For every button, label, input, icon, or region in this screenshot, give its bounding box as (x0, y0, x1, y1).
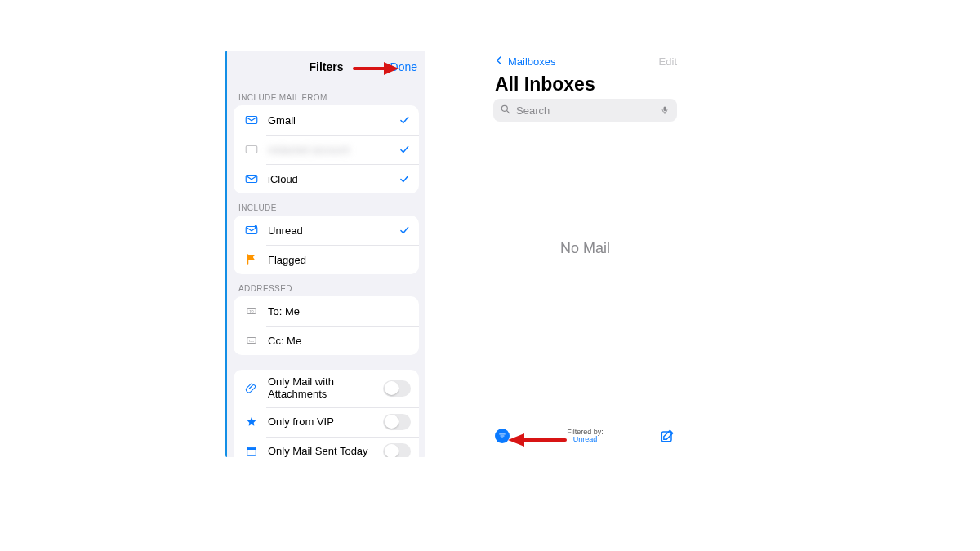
include-row-flagged[interactable]: Flagged (234, 245, 419, 274)
checkmark-icon (398, 224, 411, 237)
svg-rect-13 (664, 107, 666, 112)
back-label: Mailboxes (508, 56, 556, 68)
filter-active-button[interactable] (495, 429, 510, 443)
section-addressed: ADDRESSED (227, 274, 425, 296)
back-button[interactable]: Mailboxes (493, 55, 556, 69)
compose-button[interactable] (659, 428, 675, 444)
checkmark-icon (398, 113, 411, 127)
search-input[interactable] (516, 104, 654, 117)
chevron-left-icon (493, 55, 505, 69)
account-label: redacted account (268, 144, 390, 156)
toolbar: Filtered by: Unread (485, 423, 685, 449)
svg-text:CC: CC (249, 339, 254, 343)
account-label: iCloud (268, 173, 390, 185)
mailbox-icon (243, 112, 260, 128)
section-include-mail-from: INCLUDE MAIL FROM (227, 83, 425, 105)
addressed-label: Cc: Me (268, 335, 411, 347)
filtered-by-value: Unread (567, 436, 604, 443)
options-group: Only Mail with Attachments Only from VIP… (234, 370, 419, 457)
option-label: Only from VIP (268, 415, 375, 428)
account-label: Gmail (268, 114, 390, 127)
svg-rect-10 (247, 447, 256, 450)
filters-title: Filters (309, 60, 343, 73)
addressed-group: TO To: Me CC Cc: Me (234, 296, 419, 355)
option-label: Only Mail Sent Today (268, 445, 375, 457)
toggle-attachments[interactable] (383, 380, 411, 397)
nav-bar: Mailboxes Edit (485, 51, 685, 72)
svg-rect-1 (246, 146, 257, 153)
svg-rect-2 (246, 176, 257, 183)
edit-button[interactable]: Edit (659, 56, 677, 68)
include-group: Unread Flagged (234, 216, 419, 274)
done-button[interactable]: Done (390, 60, 417, 73)
svg-rect-0 (246, 117, 257, 124)
filter-status[interactable]: Filtered by: Unread (567, 429, 604, 444)
svg-line-12 (507, 110, 510, 113)
empty-state: No Mail (485, 240, 685, 257)
mailbox-icon (243, 141, 260, 158)
microphone-icon[interactable] (659, 104, 670, 116)
search-icon (500, 104, 511, 118)
addressed-row-cc[interactable]: CC Cc: Me (234, 326, 419, 355)
include-row-unread[interactable]: Unread (234, 216, 419, 245)
to-icon: TO (243, 303, 260, 319)
star-icon (243, 414, 260, 430)
accounts-group: Gmail redacted account iCloud (234, 105, 419, 193)
svg-point-4 (255, 225, 257, 228)
account-row-icloud[interactable]: iCloud (234, 164, 419, 193)
account-row-redacted[interactable]: redacted account (234, 135, 419, 164)
mailbox-icon (243, 171, 260, 187)
checkmark-icon (398, 143, 411, 156)
toggle-today[interactable] (383, 443, 411, 457)
include-label: Flagged (268, 254, 411, 266)
addressed-row-to[interactable]: TO To: Me (234, 296, 419, 326)
unread-icon (243, 222, 260, 238)
page-title: All Inboxes (485, 72, 685, 99)
addressed-label: To: Me (268, 305, 411, 318)
option-today[interactable]: Only Mail Sent Today (234, 437, 419, 457)
flag-icon (243, 251, 260, 268)
paperclip-icon (243, 380, 260, 397)
include-label: Unread (268, 224, 390, 237)
toggle-vip[interactable] (383, 414, 411, 430)
option-vip[interactable]: Only from VIP (234, 407, 419, 437)
filters-header: Filters Done (227, 51, 425, 83)
checkmark-icon (398, 172, 411, 185)
cc-icon: CC (243, 332, 260, 349)
option-attachments[interactable]: Only Mail with Attachments (234, 370, 419, 407)
inbox-panel: Mailboxes Edit All Inboxes No Mail Filte… (485, 51, 685, 457)
svg-text:TO: TO (249, 309, 254, 313)
section-include: INCLUDE (227, 193, 425, 216)
filters-panel: Filters Done INCLUDE MAIL FROM Gmail red… (225, 51, 425, 457)
account-row-gmail[interactable]: Gmail (234, 105, 419, 135)
search-bar[interactable] (493, 99, 677, 122)
calendar-icon (243, 443, 260, 457)
svg-point-11 (501, 105, 507, 111)
option-label: Only Mail with Attachments (268, 376, 375, 401)
